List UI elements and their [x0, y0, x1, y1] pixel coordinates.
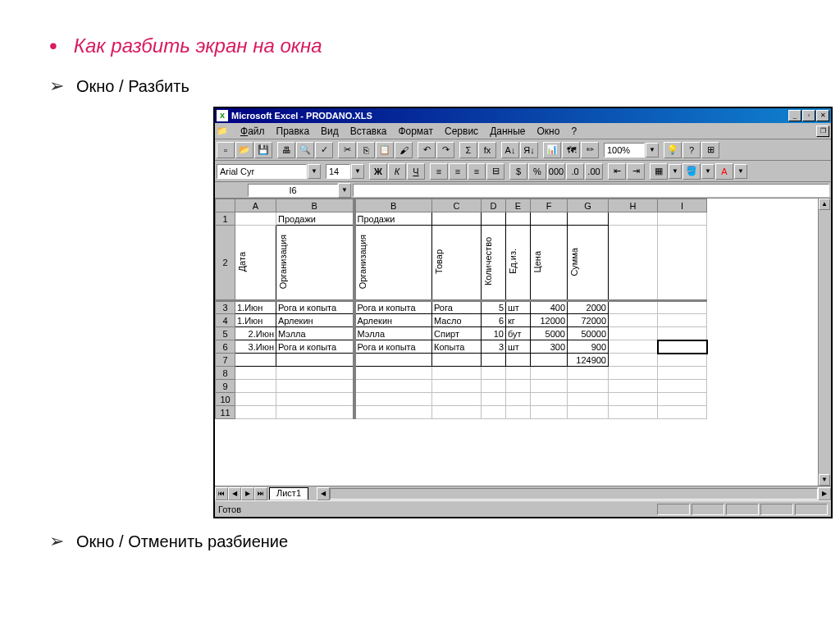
align-right-icon[interactable]: ≡: [468, 163, 486, 180]
cell[interactable]: [354, 354, 432, 367]
cell[interactable]: Рога: [432, 301, 482, 314]
cell[interactable]: [609, 340, 658, 354]
size-select[interactable]: 14: [326, 164, 350, 179]
cell[interactable]: [658, 226, 707, 301]
formula-input[interactable]: [353, 184, 829, 197]
percent-icon[interactable]: %: [528, 163, 546, 180]
col-header-a[interactable]: A: [235, 199, 276, 212]
cell[interactable]: 2000: [568, 301, 609, 314]
cell[interactable]: [432, 354, 482, 367]
cell[interactable]: Копыта: [432, 340, 482, 354]
row-header-11[interactable]: 11: [216, 406, 235, 419]
cell[interactable]: Продажи: [354, 212, 432, 226]
cell[interactable]: шт: [506, 340, 531, 354]
format-painter-icon[interactable]: 🖌: [395, 142, 413, 158]
sheet-tab-1[interactable]: Лист1: [269, 487, 308, 500]
prev-sheet-icon[interactable]: ◀: [228, 487, 241, 500]
cell[interactable]: Продажи: [276, 212, 354, 226]
cell[interactable]: Рога и копыта: [276, 340, 354, 354]
borders-dropdown[interactable]: ▼: [669, 164, 682, 179]
row-header-4[interactable]: 4: [216, 314, 235, 327]
next-sheet-icon[interactable]: ▶: [241, 487, 254, 500]
col-header-h[interactable]: H: [609, 199, 658, 212]
active-cell[interactable]: [658, 340, 707, 354]
scroll-left-icon[interactable]: ◀: [317, 487, 330, 500]
merge-icon[interactable]: ⊟: [486, 163, 504, 180]
vertical-scrollbar[interactable]: ▲ ▼: [818, 199, 831, 486]
cell[interactable]: 2.Июн: [235, 327, 276, 340]
cell[interactable]: [658, 314, 707, 327]
align-center-icon[interactable]: ≡: [449, 163, 467, 180]
fill-dropdown[interactable]: ▼: [701, 164, 714, 179]
cell-reference[interactable]: I6: [248, 184, 338, 197]
cell[interactable]: [506, 212, 531, 226]
close-button[interactable]: ✕: [816, 110, 829, 121]
row-header-9[interactable]: 9: [216, 380, 235, 393]
col-header-f[interactable]: F: [531, 199, 568, 212]
cell[interactable]: 50000: [568, 327, 609, 340]
cell[interactable]: Арлекин: [276, 314, 354, 327]
save-icon[interactable]: 💾: [254, 142, 272, 158]
cell[interactable]: Мэлла: [276, 327, 354, 340]
row-header-6[interactable]: 6: [216, 340, 235, 354]
cell[interactable]: 10: [482, 327, 506, 340]
cell[interactable]: 3: [482, 340, 506, 354]
cell[interactable]: [609, 327, 658, 340]
underline-icon[interactable]: Ч: [407, 163, 425, 180]
cell[interactable]: [609, 226, 658, 301]
first-sheet-icon[interactable]: ⏮: [215, 487, 228, 500]
cell[interactable]: [482, 354, 506, 367]
copy-icon[interactable]: ⎘: [357, 142, 375, 158]
scroll-right-icon[interactable]: ▶: [818, 487, 831, 500]
menu-data[interactable]: Данные: [484, 124, 531, 139]
help-icon[interactable]: ?: [682, 142, 701, 158]
menu-window[interactable]: Окно: [531, 124, 565, 139]
menu-insert[interactable]: Вставка: [345, 124, 393, 139]
fill-color-icon[interactable]: 🪣: [682, 163, 701, 180]
horizontal-scrollbar[interactable]: [330, 488, 818, 500]
cell[interactable]: [531, 354, 568, 367]
cell[interactable]: Дата: [235, 226, 276, 301]
new-icon[interactable]: ▫: [217, 142, 235, 158]
cell[interactable]: 1.Июн: [235, 314, 276, 327]
cell[interactable]: 300: [531, 340, 568, 354]
cell[interactable]: [658, 327, 707, 340]
cell[interactable]: бут: [506, 327, 531, 340]
cell[interactable]: [609, 212, 658, 226]
align-left-icon[interactable]: ≡: [430, 163, 448, 180]
row-header-3[interactable]: 3: [216, 301, 235, 314]
menu-view[interactable]: Вид: [315, 124, 345, 139]
cell[interactable]: [531, 212, 568, 226]
cell[interactable]: Ед.из.: [506, 226, 531, 301]
grid-icon[interactable]: ⊞: [701, 142, 719, 158]
cell[interactable]: Мэлла: [354, 327, 432, 340]
menu-format[interactable]: Формат: [392, 124, 439, 139]
cell[interactable]: [609, 301, 658, 314]
chart-icon[interactable]: 📊: [543, 142, 561, 158]
paste-icon[interactable]: 📋: [376, 142, 394, 158]
col-header-e[interactable]: E: [506, 199, 531, 212]
size-dropdown[interactable]: ▼: [351, 164, 364, 179]
redo-icon[interactable]: ↷: [436, 142, 454, 158]
preview-icon[interactable]: 🔍: [296, 142, 314, 158]
open-icon[interactable]: 📂: [235, 142, 253, 158]
cell[interactable]: [432, 212, 482, 226]
borders-icon[interactable]: ▦: [650, 163, 668, 180]
cell[interactable]: 12000: [531, 314, 568, 327]
cell[interactable]: Спирт: [432, 327, 482, 340]
col-header-b-left[interactable]: B: [276, 199, 354, 212]
cell[interactable]: 900: [568, 340, 609, 354]
dec-decimal-icon[interactable]: .00: [585, 163, 603, 180]
cellref-dropdown[interactable]: ▼: [338, 183, 351, 198]
cell[interactable]: 124900: [568, 354, 609, 367]
spell-icon[interactable]: ✓: [315, 142, 333, 158]
cell[interactable]: [235, 212, 276, 226]
scroll-up-icon[interactable]: ▲: [819, 199, 830, 210]
cell[interactable]: Рога и копыта: [276, 301, 354, 314]
cell[interactable]: кг: [506, 314, 531, 327]
cell[interactable]: [482, 212, 506, 226]
cell[interactable]: [506, 354, 531, 367]
menu-edit[interactable]: Правка: [271, 124, 316, 139]
cell[interactable]: [235, 354, 276, 367]
fx-icon[interactable]: fx: [478, 142, 496, 158]
